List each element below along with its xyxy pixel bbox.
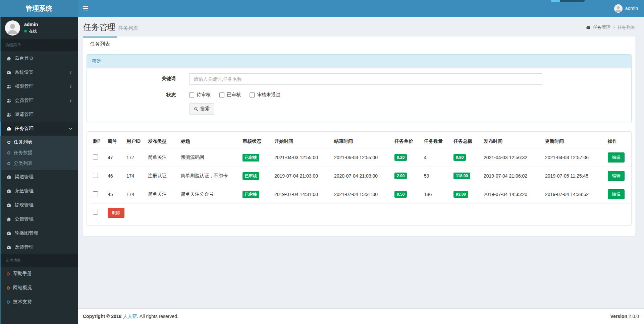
status-badge: 已审核 (243, 191, 259, 198)
tachometer-icon (586, 25, 591, 30)
content-wrapper: 任务管理任务列表 任务管理 > 任务列表 任务列表 筛选 (78, 17, 644, 308)
user-menu[interactable]: admin (608, 0, 644, 17)
circle-o-icon (7, 162, 10, 165)
sidebar-item-system-settings[interactable]: 系统设置 (0, 65, 78, 79)
status-label: 状态 (92, 90, 176, 98)
tachometer-icon (6, 174, 11, 180)
menu-section-label: 功能菜单 (0, 39, 78, 51)
sidebar-item-permissions[interactable]: 权限管理 (0, 79, 78, 93)
cell-title: 简单刷脸认证，不绑卡 (178, 167, 240, 185)
home-icon (6, 216, 11, 222)
user-avatar-icon (614, 4, 623, 13)
sidebar-item-dashboard[interactable]: 后台首页 (0, 51, 78, 65)
checkbox-approved[interactable] (219, 92, 224, 98)
copyright: Copyright © 2018 人人帮. All rights reserve… (83, 314, 178, 319)
sidebar-item-withdrawals[interactable]: 提现管理 (0, 198, 78, 212)
main-footer: Copyright © 2018 人人帮. All rights reserve… (78, 308, 644, 324)
col-id: 编号 (105, 135, 124, 148)
table-header-row: 删? 编号 用户ID 发布类型 标题 审核状态 开始时间 结束时间 任务单价 (90, 135, 632, 148)
status-option-pending[interactable]: 待审核 (189, 92, 211, 98)
cell-id: 46 (105, 167, 124, 185)
breadcrumb-task-management[interactable]: 任务管理 (593, 24, 610, 30)
row-checkbox[interactable] (93, 191, 98, 196)
tachometer-icon (6, 231, 11, 236)
users-icon (6, 112, 11, 117)
circle-o-icon-red (7, 272, 10, 275)
sidebar-item-site-overview[interactable]: 网站概况 (0, 281, 78, 295)
filter-panel: 筛选 关键词 状态 (87, 54, 632, 123)
status-option-approved[interactable]: 已审核 (219, 92, 241, 98)
row-checkbox[interactable] (93, 173, 98, 178)
search-button[interactable]: 搜索 (189, 103, 214, 115)
cell-end: 2021-07-04 15:31:00 (331, 185, 392, 204)
status-option-rejected[interactable]: 审核未通过 (250, 92, 280, 98)
sidebar-item-invitations[interactable]: 邀请管理 (0, 108, 78, 122)
edit-button[interactable]: 编辑 (608, 171, 625, 181)
col-total: 任务总额 (451, 135, 481, 148)
table-row: 46 174 注册认证 简单刷脸认证，不绑卡 已审核 2019-07-04 21… (90, 167, 632, 185)
sidebar-item-carousel[interactable]: 轮播图管理 (0, 226, 78, 240)
sidebar-item-members[interactable]: 会员管理 (0, 93, 78, 108)
page-title: 任务管理任务列表 (83, 22, 138, 33)
search-row: 搜索 (92, 103, 626, 115)
chevron-down-icon (69, 127, 72, 131)
table-row: 47 177 简单关注 亲测源码网 已审核 2021-04-03 12:55:0… (90, 148, 632, 167)
hamburger-icon[interactable] (78, 0, 93, 17)
sidebar-subitem-category-list[interactable]: 分类列表 (0, 158, 78, 169)
table-row: 45 174 简单关注 简单关注公众号 已审核 2019-07-04 14:31… (90, 185, 632, 204)
cell-count: 59 (421, 167, 451, 185)
col-start: 开始时间 (272, 135, 331, 148)
version: Version 2.0.0 (610, 314, 639, 319)
users-icon (6, 98, 11, 103)
col-publish: 发布时间 (481, 135, 542, 148)
delete-button[interactable]: 删除 (108, 208, 124, 218)
sidebar-item-feedback[interactable]: 反馈管理 (0, 240, 78, 254)
top-edge-artifact (551, 0, 585, 2)
chevron-left-icon (69, 71, 72, 74)
sidebar-user-status[interactable]: 在线 (24, 28, 38, 34)
cell-update: 2019-07-04 14:38:52 (542, 185, 605, 204)
sidebar-subitem-task-data[interactable]: 任务数据 (0, 147, 78, 158)
users-icon (6, 84, 11, 89)
total-badge: 0.80 (453, 154, 466, 161)
price-badge: 0.50 (394, 191, 407, 198)
checkbox-rejected[interactable] (250, 92, 255, 98)
col-count: 任务数量 (421, 135, 451, 148)
status-badge: 已审核 (243, 154, 259, 161)
sidebar-item-tech-support[interactable]: 技术支持 (0, 295, 78, 309)
bulk-delete-row: 删除 (90, 204, 632, 222)
sidebar-item-recharge[interactable]: 充值管理 (0, 184, 78, 198)
keyword-label: 关键词 (92, 73, 176, 82)
cell-type: 简单关注 (145, 148, 178, 167)
sidebar-item-tasks[interactable]: 任务管理 (0, 122, 78, 136)
cell-type: 注册认证 (145, 167, 178, 185)
row-checkbox[interactable] (93, 154, 98, 159)
brand-link[interactable]: 人人帮 (123, 314, 137, 319)
page-subtitle: 任务列表 (118, 25, 138, 31)
keyword-row: 关键词 (92, 73, 626, 85)
tasks-submenu: 任务列表 任务数据 分类列表 (0, 136, 78, 170)
col-end: 结束时间 (331, 135, 392, 148)
col-actions: 操作 (605, 135, 632, 148)
keyword-input[interactable] (189, 73, 542, 85)
tachometer-icon (6, 70, 11, 75)
edit-button[interactable]: 编辑 (608, 189, 625, 199)
sidebar-subitem-task-list[interactable]: 任务列表 (0, 137, 78, 147)
filter-panel-body: 关键词 状态 待审核 (87, 68, 631, 123)
col-type: 发布类型 (145, 135, 178, 148)
tab-content: 筛选 关键词 状态 (83, 51, 635, 236)
cell-id: 47 (105, 148, 124, 167)
circle-o-icon (7, 151, 10, 154)
app-logo[interactable]: 管理系统 (0, 0, 78, 17)
sidebar-item-announcements[interactable]: 公告管理 (0, 212, 78, 226)
cell-user-id: 174 (124, 185, 145, 204)
select-all-checkbox[interactable] (93, 210, 98, 215)
task-table-box: 删? 编号 用户ID 发布类型 标题 审核状态 开始时间 结束时间 任务单价 (87, 131, 632, 226)
tab-task-list[interactable]: 任务列表 (83, 37, 117, 51)
chevron-left-icon (69, 99, 72, 103)
sidebar-item-channels[interactable]: 渠道管理 (0, 170, 78, 184)
sidebar-item-help-manual[interactable]: 帮助手册 (0, 267, 78, 281)
col-price: 任务单价 (392, 135, 421, 148)
checkbox-pending[interactable] (189, 92, 194, 98)
edit-button[interactable]: 编辑 (608, 152, 625, 163)
